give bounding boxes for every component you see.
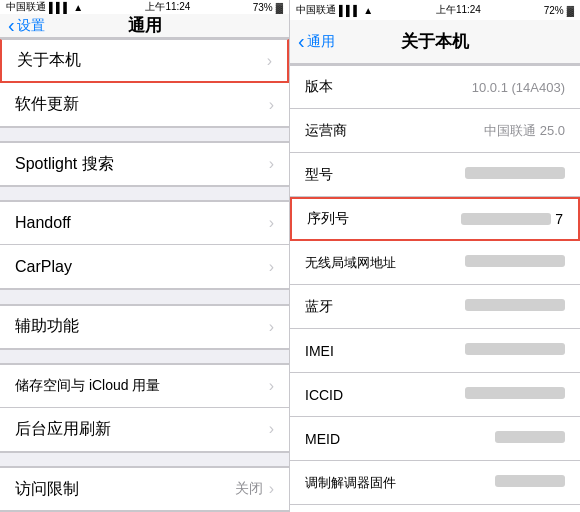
spotlight-item[interactable]: Spotlight 搜索 › — [0, 142, 289, 186]
left-battery-icon: ▓ — [276, 2, 283, 13]
modem-value — [495, 475, 565, 490]
bluetooth-value — [465, 299, 565, 314]
right-battery-pct: 72% — [544, 5, 564, 16]
right-carrier: 中国联通 — [296, 3, 336, 17]
left-status-right: 73% ▓ — [253, 2, 283, 13]
meid-row: MEID — [290, 417, 580, 461]
left-separator-1 — [0, 128, 289, 141]
left-separator-2 — [0, 187, 289, 200]
modem-blurred — [495, 475, 565, 487]
right-nav-bar: ‹ 通用 关于本机 — [290, 20, 580, 64]
storage-arrow-icon: › — [269, 377, 274, 395]
meid-value — [495, 431, 565, 446]
right-time: 上午11:24 — [436, 3, 481, 17]
serial-row: 序列号 7 — [290, 197, 580, 241]
version-label: 版本 — [305, 78, 385, 96]
left-back-arrow-icon: ‹ — [8, 15, 15, 35]
left-nav-bar: ‹ 设置 通用 — [0, 14, 289, 38]
version-row: 版本 10.0.1 (14A403) — [290, 65, 580, 109]
model-row: 型号 — [290, 153, 580, 197]
left-battery-pct: 73% — [253, 2, 273, 13]
accessibility-arrow-icon: › — [269, 318, 274, 336]
bluetooth-row: 蓝牙 — [290, 285, 580, 329]
right-group-block: 版本 10.0.1 (14A403) 运营商 中国联通 25.0 型号 序列号 … — [290, 64, 580, 512]
serial-value: 7 — [461, 211, 563, 227]
iccid-label: ICCID — [305, 387, 385, 403]
carplay-arrow-icon: › — [269, 258, 274, 276]
wifi-address-value — [465, 255, 565, 270]
right-back-button[interactable]: ‹ 通用 — [298, 32, 335, 51]
imei-value — [465, 343, 565, 358]
handoff-label: Handoff — [15, 214, 71, 232]
right-battery-icon: ▓ — [567, 5, 574, 16]
left-separator-3 — [0, 290, 289, 303]
left-panel: 中国联通 ▌▌▌ ▲ 上午11:24 73% ▓ ‹ 设置 通用 关于本机 › … — [0, 0, 290, 512]
background-refresh-arrow-icon: › — [269, 420, 274, 438]
imei-label: IMEI — [305, 343, 385, 359]
wifi-addr-blurred — [465, 255, 565, 267]
about-item[interactable]: 关于本机 › — [0, 39, 289, 83]
imei-blurred — [465, 343, 565, 355]
accessibility-item[interactable]: 辅助功能 › — [0, 305, 289, 349]
spotlight-arrow-icon: › — [269, 155, 274, 173]
model-value — [465, 167, 565, 182]
wifi-address-label: 无线局域网地址 — [305, 254, 396, 272]
left-signal-icon: ▌▌▌ — [49, 2, 70, 13]
software-update-item[interactable]: 软件更新 › — [0, 83, 289, 127]
background-refresh-label: 后台应用刷新 — [15, 419, 111, 440]
right-nav-title: 关于本机 — [401, 30, 469, 53]
accessibility-label: 辅助功能 — [15, 316, 79, 337]
carrier-label: 运营商 — [305, 122, 385, 140]
meid-blurred — [495, 431, 565, 443]
carrier-value: 中国联通 25.0 — [484, 122, 565, 140]
meid-label: MEID — [305, 431, 385, 447]
left-status-left: 中国联通 ▌▌▌ ▲ — [6, 0, 83, 14]
left-group-1: 关于本机 › 软件更新 › — [0, 38, 289, 128]
bluetooth-blurred — [465, 299, 565, 311]
storage-label: 储存空间与 iCloud 用量 — [15, 377, 160, 395]
right-detail-list: 版本 10.0.1 (14A403) 运营商 中国联通 25.0 型号 序列号 … — [290, 64, 580, 512]
about-arrow-icon: › — [267, 52, 272, 70]
wifi-address-row: 无线局域网地址 — [290, 241, 580, 285]
serial-end-digit: 7 — [555, 211, 563, 227]
restrictions-label: 访问限制 — [15, 479, 79, 500]
right-status-right: 72% ▓ — [544, 5, 574, 16]
right-status-left: 中国联通 ▌▌▌ ▲ — [296, 3, 373, 17]
restrictions-item[interactable]: 访问限制 关闭 › — [0, 467, 289, 511]
restrictions-arrow-icon: › — [269, 480, 274, 498]
left-separator-5 — [0, 453, 289, 466]
left-wifi-icon: ▲ — [73, 2, 83, 13]
left-nav-title: 通用 — [128, 14, 162, 37]
carplay-item[interactable]: CarPlay › — [0, 245, 289, 289]
restrictions-value: 关闭 — [235, 480, 263, 498]
software-update-arrow-icon: › — [269, 96, 274, 114]
carplay-label: CarPlay — [15, 258, 72, 276]
version-value: 10.0.1 (14A403) — [472, 80, 565, 95]
right-back-label: 通用 — [307, 33, 335, 51]
left-carrier: 中国联通 — [6, 0, 46, 14]
left-group-6-block: 访问限制 关闭 › — [0, 466, 289, 512]
left-group-2-block: Spotlight 搜索 › — [0, 141, 289, 187]
handoff-arrow-icon: › — [269, 214, 274, 232]
background-refresh-item[interactable]: 后台应用刷新 › — [0, 408, 289, 452]
modem-row: 调制解调器固件 — [290, 461, 580, 505]
right-back-arrow-icon: ‹ — [298, 31, 305, 51]
seid-row[interactable]: SEID › — [290, 505, 580, 512]
modem-label: 调制解调器固件 — [305, 474, 396, 492]
software-update-label: 软件更新 — [15, 94, 79, 115]
left-group-5-block: 储存空间与 iCloud 用量 › 后台应用刷新 › — [0, 363, 289, 453]
left-group-4-block: 辅助功能 › — [0, 304, 289, 350]
imei-row: IMEI — [290, 329, 580, 373]
handoff-item[interactable]: Handoff › — [0, 201, 289, 245]
about-label: 关于本机 — [17, 50, 81, 71]
left-group-1-block: 关于本机 › 软件更新 › — [0, 38, 289, 128]
storage-item[interactable]: 储存空间与 iCloud 用量 › — [0, 364, 289, 408]
carrier-row: 运营商 中国联通 25.0 — [290, 109, 580, 153]
left-back-button[interactable]: ‹ 设置 — [8, 16, 45, 35]
right-signal-icon: ▌▌▌ — [339, 5, 360, 16]
left-time: 上午11:24 — [145, 0, 190, 14]
left-group-3-block: Handoff › CarPlay › — [0, 200, 289, 290]
left-separator-4 — [0, 350, 289, 363]
spotlight-label: Spotlight 搜索 — [15, 154, 114, 175]
serial-label: 序列号 — [307, 210, 387, 228]
